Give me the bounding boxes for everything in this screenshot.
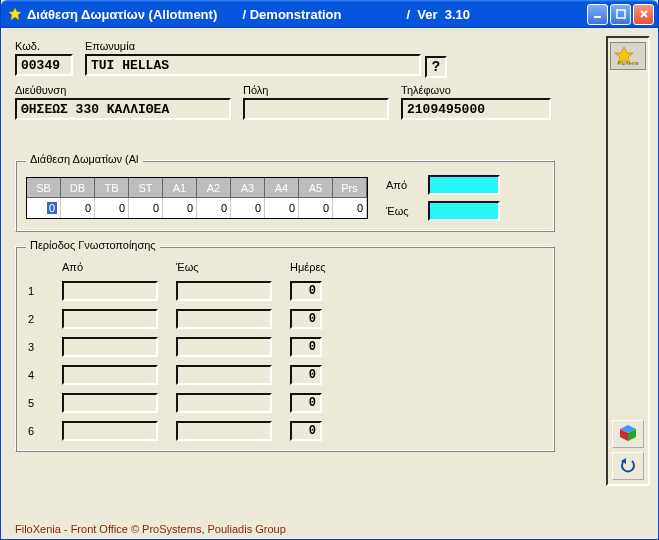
period-legend: Περίοδος Γνωστοποίησης <box>26 239 160 251</box>
logo-button[interactable]: FiloXenia <box>610 42 646 70</box>
allotment-group: Διάθεση Δωματίων (Al SB DB TB ST A1 A2 A… <box>15 160 555 232</box>
allotment-legend: Διάθεση Δωματίων (Al <box>26 153 143 165</box>
window-title: Διάθεση Δωματίων (Allotment) / Demonstra… <box>27 7 587 22</box>
period-to-field[interactable] <box>176 281 272 301</box>
undo-button[interactable] <box>612 452 644 480</box>
grid-cell[interactable]: 0 <box>27 198 61 218</box>
svg-rect-2 <box>617 10 625 18</box>
grid-header: SB <box>27 178 61 198</box>
row-number: 6 <box>28 425 44 437</box>
allotment-grid[interactable]: SB DB TB ST A1 A2 A3 A4 A5 Prs 0 <box>26 177 368 219</box>
row-number: 2 <box>28 313 44 325</box>
grid-cell[interactable]: 0 <box>95 198 129 218</box>
from-date-field[interactable] <box>428 175 500 195</box>
cube-button[interactable] <box>612 420 644 448</box>
row-number: 1 <box>28 285 44 297</box>
minimize-button[interactable] <box>587 4 608 25</box>
period-from-field[interactable] <box>62 421 158 441</box>
grid-header: A2 <box>197 178 231 198</box>
row-number: 5 <box>28 397 44 409</box>
period-days-field[interactable]: 0 <box>290 309 322 329</box>
cube-icon <box>618 423 638 445</box>
name-field[interactable]: TUI HELLAS <box>85 54 421 76</box>
undo-icon <box>618 455 638 477</box>
grid-header: TB <box>95 178 129 198</box>
grid-cell[interactable]: 0 <box>163 198 197 218</box>
titlebar: Διάθεση Δωματίων (Allotment) / Demonstra… <box>1 0 658 28</box>
name-label: Επωνυμία <box>85 40 445 52</box>
city-label: Πόλη <box>243 84 389 96</box>
period-days-header: Ημέρες <box>290 261 328 273</box>
grid-header: A1 <box>163 178 197 198</box>
grid-cell[interactable]: 0 <box>299 198 333 218</box>
grid-cell[interactable]: 0 <box>197 198 231 218</box>
from-label: Από <box>386 179 414 191</box>
period-days-field[interactable]: 0 <box>290 281 322 301</box>
period-from-field[interactable] <box>62 393 158 413</box>
to-label: Έως <box>386 205 414 217</box>
code-field[interactable]: 00349 <box>15 54 73 76</box>
row-number: 4 <box>28 369 44 381</box>
close-button[interactable] <box>633 4 654 25</box>
address-field[interactable]: ΘΗΣΕΩΣ 330 ΚΑΛΛΙΘΕΑ <box>15 98 231 120</box>
grid-header: A4 <box>265 178 299 198</box>
grid-header: ST <box>129 178 163 198</box>
code-label: Κωδ. <box>15 40 73 52</box>
grid-header: DB <box>61 178 95 198</box>
grid-cell[interactable]: 0 <box>231 198 265 218</box>
period-days-field[interactable]: 0 <box>290 393 322 413</box>
grid-cell[interactable]: 0 <box>61 198 95 218</box>
lookup-button[interactable]: ? <box>425 56 447 78</box>
period-to-field[interactable] <box>176 393 272 413</box>
row-number: 3 <box>28 341 44 353</box>
side-toolbar: FiloXenia <box>606 36 650 486</box>
grid-header: A5 <box>299 178 333 198</box>
footer-text: FiloXenia - Front Office © ProSystems, P… <box>15 523 286 535</box>
phone-field[interactable]: 2109495000 <box>401 98 551 120</box>
period-from-field[interactable] <box>62 281 158 301</box>
address-label: Διεύθυνση <box>15 84 231 96</box>
grid-cell[interactable]: 0 <box>265 198 299 218</box>
svg-text:FiloXenia: FiloXenia <box>618 60 639 66</box>
period-days-field[interactable]: 0 <box>290 421 322 441</box>
svg-marker-0 <box>9 8 21 20</box>
period-days-field[interactable]: 0 <box>290 337 322 357</box>
period-to-field[interactable] <box>176 337 272 357</box>
to-date-field[interactable] <box>428 201 500 221</box>
period-from-field[interactable] <box>62 337 158 357</box>
svg-rect-1 <box>594 16 601 18</box>
grid-header: A3 <box>231 178 265 198</box>
period-from-field[interactable] <box>62 309 158 329</box>
app-icon <box>7 6 23 22</box>
maximize-button[interactable] <box>610 4 631 25</box>
app-window: Διάθεση Δωματίων (Allotment) / Demonstra… <box>0 0 659 540</box>
period-from-field[interactable] <box>62 365 158 385</box>
period-group: Περίοδος Γνωστοποίησης Από Έως Ημέρες 1 … <box>15 246 555 452</box>
period-to-field[interactable] <box>176 365 272 385</box>
grid-cell[interactable]: 0 <box>129 198 163 218</box>
period-days-field[interactable]: 0 <box>290 365 322 385</box>
period-to-field[interactable] <box>176 421 272 441</box>
grid-cell[interactable]: 0 <box>333 198 367 218</box>
period-to-field[interactable] <box>176 309 272 329</box>
period-to-header: Έως <box>176 261 272 273</box>
period-from-header: Από <box>62 261 158 273</box>
grid-header: Prs <box>333 178 367 198</box>
phone-label: Τηλέφωνο <box>401 84 551 96</box>
city-field[interactable] <box>243 98 389 120</box>
